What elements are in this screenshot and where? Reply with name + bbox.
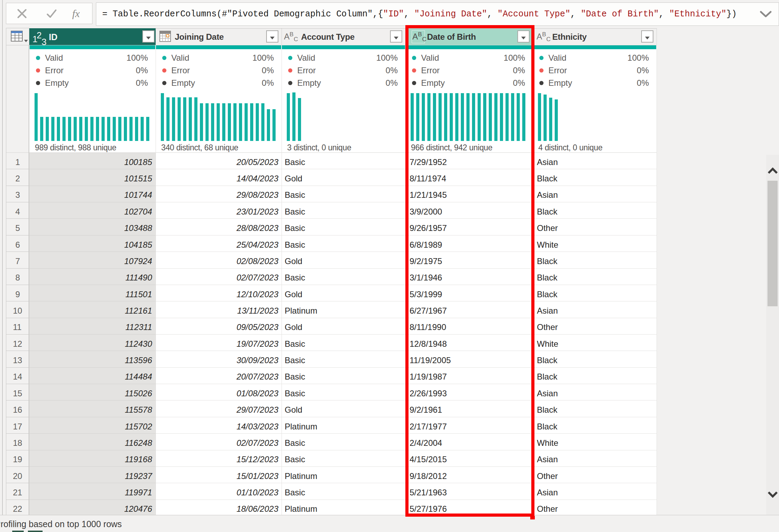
svg-text:2: 2 xyxy=(37,31,42,40)
svg-text:B: B xyxy=(542,31,546,38)
svg-text:A: A xyxy=(284,32,290,41)
svg-text:B: B xyxy=(290,31,293,38)
svg-text:C: C xyxy=(546,36,550,43)
svg-text:C: C xyxy=(294,36,298,43)
svg-text:A: A xyxy=(537,32,542,41)
